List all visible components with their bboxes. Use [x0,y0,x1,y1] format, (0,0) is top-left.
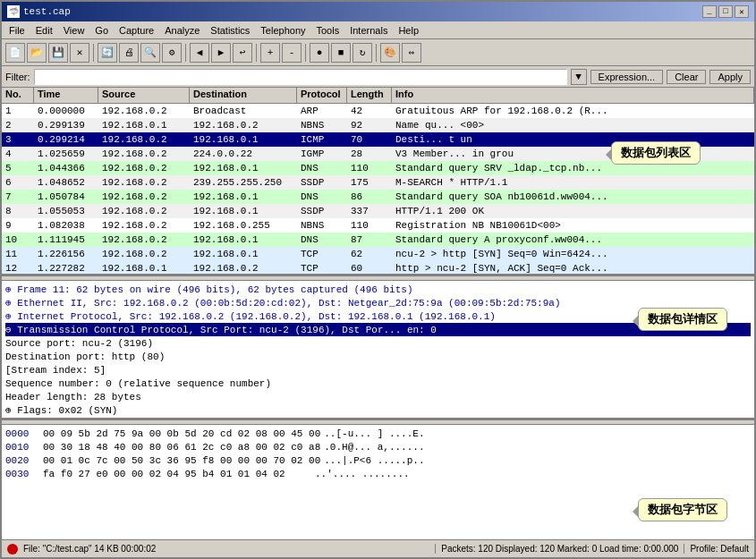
toolbar-fwd[interactable]: ▶ [211,43,231,63]
hex-offset: 0020 [5,455,39,466]
cell-dst: 239.255.255.250 [190,177,297,188]
main-window: 🦈 test.cap _ □ ✕ File Edit View Go Captu… [0,0,756,559]
close-button[interactable]: ✕ [735,5,749,18]
cell-time: 0.299139 [34,120,98,131]
detail-line[interactable]: ⊕ Flags: 0x02 (SYN) [5,403,751,417]
packet-row[interactable]: 7 1.050784 192.168.0.2 192.168.0.1 DNS 8… [2,190,754,204]
menu-statistics[interactable]: Statistics [205,23,255,38]
toolbar-capture-start[interactable]: ● [310,43,329,63]
menu-internals[interactable]: Internals [344,23,393,38]
cell-proto: SSDP [297,206,347,216]
cell-time: 1.226156 [34,249,98,259]
packet-row[interactable]: 1 0.000000 192.168.0.2 Broadcast ARP 42 … [2,104,754,118]
cell-no: 8 [2,206,34,216]
packet-row[interactable]: 12 1.227282 192.168.0.1 192.168.0.2 TCP … [2,261,754,274]
packet-row[interactable]: 3 0.299214 192.168.0.2 192.168.0.1 ICMP … [2,132,754,147]
window-controls: _ □ ✕ [702,5,749,18]
detail-line[interactable]: ⊕ Ethernet II, Src: 192.168.0.2 (00:0b:5… [5,296,751,309]
detail-line[interactable]: ⊖ Transmission Control Protocol, Src Por… [5,323,751,336]
toolbar-zoom-in[interactable]: + [260,43,280,63]
menu-bar: File Edit View Go Capture Analyze Statis… [2,21,754,39]
packet-row[interactable]: 2 0.299139 192.168.0.1 192.168.0.2 NBNS … [2,118,754,132]
detail-line[interactable]: Sequence number: 0 (relative sequence nu… [5,377,751,390]
detail-line[interactable]: Destination port: http (80) [5,350,751,363]
cell-no: 9 [2,220,34,231]
toolbar-jump[interactable]: ↩ [233,43,252,63]
filter-input[interactable] [34,69,567,85]
cell-src: 192.168.0.1 [98,263,190,274]
toolbar-close[interactable]: ✕ [70,43,89,63]
hex-line: 0010 00 30 18 48 40 00 80 06 61 2c c0 a8… [5,440,751,453]
cell-len: 62 [347,249,392,259]
hex-ascii: ..'.... ........ [315,469,410,479]
cell-proto: SSDP [297,177,347,188]
packet-row[interactable]: 9 1.082038 192.168.0.2 192.168.0.255 NBN… [2,218,754,233]
cell-dst: 192.168.0.1 [190,234,297,245]
clear-button[interactable]: Clear [667,70,706,84]
menu-analyze[interactable]: Analyze [159,23,205,38]
maximize-button[interactable]: □ [718,5,733,18]
cell-info: Standard query A proxyconf.ww004... [392,234,754,245]
packet-row[interactable]: 5 1.044366 192.168.0.2 192.168.0.1 DNS 1… [2,161,754,175]
menu-view[interactable]: View [58,23,90,38]
packet-row[interactable]: 10 1.111945 192.168.0.2 192.168.0.1 DNS … [2,233,754,247]
toolbar-print[interactable]: 🖨 [119,43,139,63]
cell-time: 1.082038 [34,220,98,231]
toolbar-sep3 [256,44,257,62]
cell-info: M-SEARCH * HTTP/1.1 [392,177,754,188]
cell-proto: ARP [297,106,347,116]
menu-file[interactable]: File [4,23,30,38]
detail-line[interactable]: ⊕ Internet Protocol, Src: 192.168.0.2 (1… [5,309,751,323]
toolbar-new[interactable]: 📄 [5,43,25,63]
window-title: test.cap [23,6,71,17]
cell-len: 175 [347,177,392,188]
toolbar-capture-stop[interactable]: ■ [331,43,351,63]
menu-help[interactable]: Help [393,23,424,38]
packet-row[interactable]: 4 1.025659 192.168.0.2 224.0.0.22 IGMP 2… [2,147,754,161]
minimize-button[interactable]: _ [702,5,717,18]
toolbar-save[interactable]: 💾 [48,43,68,63]
toolbar-reload[interactable]: 🔄 [98,43,117,63]
cell-dst: 192.168.0.2 [190,120,297,131]
detail-line[interactable]: ⊕ Frame 11: 62 bytes on wire (496 bits),… [5,283,751,296]
packet-row[interactable]: 8 1.055053 192.168.0.2 192.168.0.1 SSDP … [2,204,754,218]
packet-list-body[interactable]: 1 0.000000 192.168.0.2 Broadcast ARP 42 … [2,104,754,274]
toolbar-capture-restart[interactable]: ↻ [353,43,372,63]
toolbar-prefs[interactable]: ⚙ [162,43,182,63]
cell-dst: Broadcast [190,106,297,116]
hex-dump-body[interactable]: 0000 00 09 5b 2d 75 9a 00 0b 5d 20 cd 02… [2,425,754,539]
cell-len: 28 [347,148,392,159]
menu-go[interactable]: Go [89,23,114,38]
detail-line[interactable]: Header length: 28 bytes [5,390,751,403]
detail-line[interactable]: Source port: ncu-2 (3196) [5,336,751,350]
filter-dropdown-btn[interactable]: ▼ [571,69,587,85]
apply-button[interactable]: Apply [709,70,751,84]
status-profile: Profile: Default [684,544,749,554]
hex-bytes: 00 30 18 48 40 00 80 06 61 2c c0 a8 00 0… [43,442,320,453]
expression-button[interactable]: Expression... [590,70,664,84]
packet-row[interactable]: 11 1.226156 192.168.0.2 192.168.0.1 TCP … [2,247,754,261]
toolbar-open[interactable]: 📂 [27,43,47,63]
detail-line[interactable]: window size value: 64240 [5,417,751,418]
toolbar-back[interactable]: ◀ [190,43,209,63]
cell-info: HTTP/1.1 200 OK [392,206,754,216]
detail-line[interactable]: [Stream index: 5] [5,363,751,377]
cell-dst: 192.168.0.1 [190,191,297,202]
cell-src: 192.168.0.2 [98,191,190,202]
packet-detail-body[interactable]: ⊕ Frame 11: 62 bytes on wire (496 bits),… [2,281,754,418]
toolbar-find[interactable]: 🔍 [140,43,160,63]
toolbar-resize[interactable]: ⇔ [402,43,421,63]
menu-telephony[interactable]: Telephony [255,23,310,38]
packet-row[interactable]: 6 1.048652 192.168.0.2 239.255.255.250 S… [2,175,754,190]
toolbar-zoom-out[interactable]: - [282,43,302,63]
cell-no: 5 [2,163,34,174]
menu-edit[interactable]: Edit [30,23,58,38]
menu-capture[interactable]: Capture [114,23,159,38]
menu-tools[interactable]: Tools [311,23,345,38]
col-header-no: No. [2,88,34,103]
toolbar-coloring[interactable]: 🎨 [380,43,400,63]
cell-time: 0.000000 [34,106,98,116]
cell-len: 86 [347,191,392,202]
cell-info: Desti... t un [392,134,754,145]
cell-info: Gratuitous ARP for 192.168.0.2 (R... [392,106,754,116]
